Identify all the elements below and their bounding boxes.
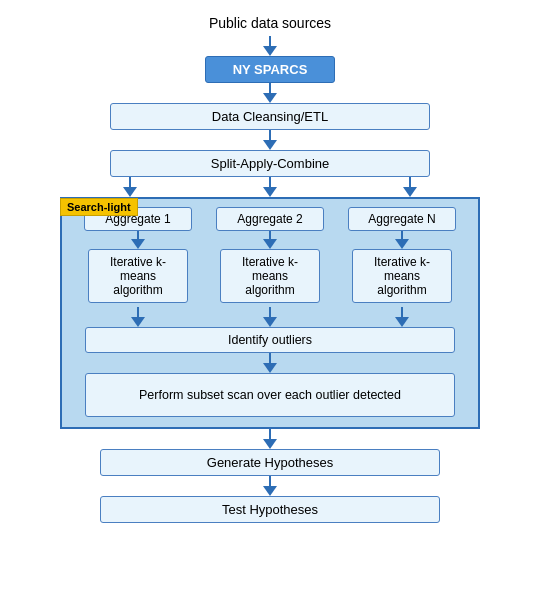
arrow-head xyxy=(131,317,145,327)
arrow-line xyxy=(269,429,272,439)
iterative2-box: Iterative k-means algorithm xyxy=(220,249,320,303)
test-hypotheses-box: Test Hypotheses xyxy=(100,496,440,523)
iterative3-box: Iterative k-means algorithm xyxy=(352,249,452,303)
data-cleansing-label: Data Cleansing/ETL xyxy=(212,109,328,124)
split-arrow-2 xyxy=(263,177,277,197)
arrow-head xyxy=(263,46,277,56)
aggregates-row: Aggregate 1 Iterative k-means algorithm … xyxy=(72,207,468,303)
arrow-4 xyxy=(263,429,277,449)
agg-col-3: Aggregate N Iterative k-means algorithm xyxy=(347,207,457,303)
arrow-line xyxy=(269,36,272,46)
arrow-head xyxy=(263,93,277,103)
arrow-line xyxy=(269,353,272,363)
arrow-line xyxy=(409,177,412,187)
identify-outliers-label: Identify outliers xyxy=(228,333,312,347)
arrow-head xyxy=(395,317,409,327)
split-arrow-1 xyxy=(123,177,137,197)
merge-arrows xyxy=(72,307,468,327)
perform-subset-label: Perform subset scan over each outlier de… xyxy=(139,388,401,402)
arrow-line xyxy=(401,231,404,239)
arrow-line xyxy=(269,307,272,317)
arrow-head xyxy=(131,239,145,249)
ny-sparcs-label: NY SPARCS xyxy=(233,62,308,77)
split-arrows xyxy=(60,177,480,197)
identify-outliers-box: Identify outliers xyxy=(85,327,455,353)
aggregateN-box: Aggregate N xyxy=(348,207,456,231)
identify-section: Identify outliers Perform subset scan ov… xyxy=(72,327,468,417)
arrow-head xyxy=(263,486,277,496)
arrow-head xyxy=(123,187,137,197)
arrow-identify xyxy=(263,353,277,373)
public-sources-label: Public data sources xyxy=(209,15,331,31)
generate-hypotheses-box: Generate Hypotheses xyxy=(100,449,440,476)
arrow-line xyxy=(129,177,132,187)
arrow-head xyxy=(263,439,277,449)
agg-col-1: Aggregate 1 Iterative k-means algorithm xyxy=(83,207,193,303)
arrow-head xyxy=(263,187,277,197)
generate-hypotheses-label: Generate Hypotheses xyxy=(207,455,333,470)
arrow-agg2 xyxy=(263,231,277,249)
arrow-line xyxy=(401,307,404,317)
arrow-line xyxy=(269,177,272,187)
arrow-agg1 xyxy=(131,231,145,249)
split-arrow-3 xyxy=(403,177,417,197)
arrow-head xyxy=(403,187,417,197)
data-cleansing-box: Data Cleansing/ETL xyxy=(110,103,430,130)
arrow-head xyxy=(263,239,277,249)
merge-arrow-1 xyxy=(131,307,145,327)
iterative1-box: Iterative k-means algorithm xyxy=(88,249,188,303)
public-sources-box: Public data sources xyxy=(170,10,370,36)
arrow-head xyxy=(263,317,277,327)
split-apply-label: Split-Apply-Combine xyxy=(211,156,330,171)
arrow-head xyxy=(263,363,277,373)
merge-arrow-3 xyxy=(395,307,409,327)
arrow-2 xyxy=(263,83,277,103)
arrow-3 xyxy=(263,130,277,150)
agg-col-2: Aggregate 2 Iterative k-means algorithm xyxy=(215,207,325,303)
arrow-agg3 xyxy=(395,231,409,249)
arrow-line xyxy=(137,307,140,317)
split-apply-box: Split-Apply-Combine xyxy=(110,150,430,177)
perform-subset-box: Perform subset scan over each outlier de… xyxy=(85,373,455,417)
arrow-line xyxy=(269,130,272,140)
arrow-line xyxy=(269,476,272,486)
search-light-label: Search-light xyxy=(60,198,138,216)
arrow-head xyxy=(263,140,277,150)
arrow-head xyxy=(395,239,409,249)
merge-arrow-2 xyxy=(263,307,277,327)
arrow-5 xyxy=(263,476,277,496)
arrow-line xyxy=(269,83,272,93)
arrow-line xyxy=(269,231,272,239)
aggregate2-box: Aggregate 2 xyxy=(216,207,324,231)
blue-container: Search-light Aggregate 1 Iterative k-mea… xyxy=(60,197,480,429)
arrow-line xyxy=(137,231,140,239)
flowchart: Public data sources NY SPARCS Data Clean… xyxy=(30,10,510,523)
test-hypotheses-label: Test Hypotheses xyxy=(222,502,318,517)
arrow-1 xyxy=(263,36,277,56)
ny-sparcs-box: NY SPARCS xyxy=(205,56,335,83)
